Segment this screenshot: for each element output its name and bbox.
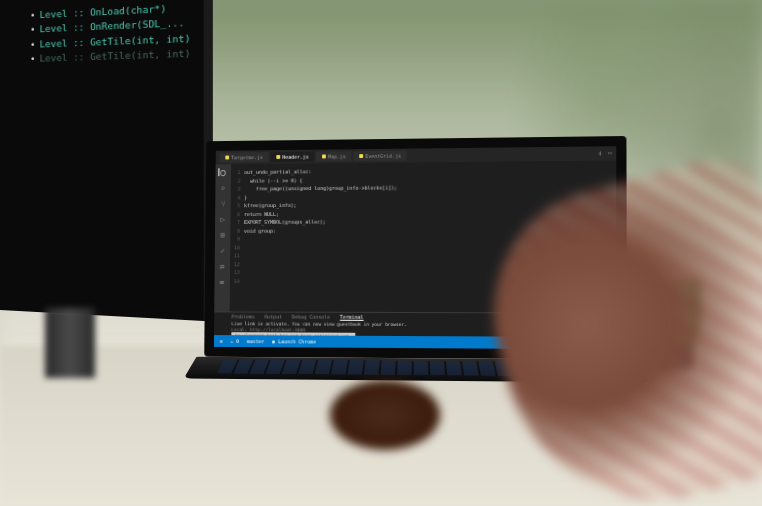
ext-code-prefix: Level :: <box>40 37 91 49</box>
tab-targetme[interactable]: Targetme.js <box>219 152 268 162</box>
line-number: 1 <box>231 168 241 176</box>
line-number: 8 <box>230 226 240 234</box>
split-editor-icon[interactable]: ⫞ <box>598 149 602 157</box>
ext-code-symbol: OnLoad(char*) <box>90 4 166 18</box>
js-file-icon <box>322 154 326 158</box>
line-number: 4 <box>231 193 241 201</box>
line-number: 6 <box>231 210 241 218</box>
external-monitor: •Level :: OnLoad(char*) •Level :: OnRend… <box>0 0 213 322</box>
js-file-icon <box>225 156 229 160</box>
tab-debug-console[interactable]: Debug Console <box>292 314 330 320</box>
source-control-icon[interactable]: ⑂ <box>219 200 227 208</box>
line-number: 14 <box>230 277 240 285</box>
remote-icon[interactable]: ⇄ <box>218 262 226 270</box>
status-branch[interactable]: master <box>247 338 265 344</box>
testing-icon[interactable]: ✓ <box>219 247 227 255</box>
monitor-stand <box>45 308 95 378</box>
database-icon[interactable]: ≡ <box>218 278 226 286</box>
line-number: 10 <box>230 243 240 251</box>
line-number: 13 <box>230 268 240 276</box>
line-number: 11 <box>230 251 240 259</box>
line-number-gutter: 1 2 3 4 5 6 7 8 9 10 11 12 13 14 <box>230 168 245 311</box>
external-monitor-code: •Level :: OnLoad(char*) •Level :: OnRend… <box>30 0 191 66</box>
status-launch[interactable]: ◉ Launch Chrome <box>272 338 316 344</box>
tab-map[interactable]: Map.js <box>316 151 351 161</box>
activity-bar: ▢ ⌕ ⑂ ▷ ⊞ ✓ ⇄ ≡ <box>214 164 231 311</box>
tab-label: Header.js <box>282 154 308 160</box>
ext-code-prefix: Level :: <box>40 22 91 34</box>
code-line: free_page((unsigned long)group_info->blo… <box>244 183 397 193</box>
line-number: 12 <box>230 260 240 268</box>
ext-code-symbol: GetTile(int, int) <box>90 48 190 62</box>
ext-code-symbol: GetTile(int, int) <box>90 33 190 47</box>
tab-output[interactable]: Output <box>265 314 283 320</box>
line-number: 2 <box>231 176 241 184</box>
debug-icon[interactable]: ▷ <box>219 215 227 223</box>
ext-code-prefix: Level :: <box>40 52 91 64</box>
tab-label: EventGrid.js <box>365 153 401 159</box>
ext-code-symbol: OnRender(SDL_... <box>90 18 184 33</box>
more-actions-icon[interactable]: ⋯ <box>608 149 612 157</box>
ext-code-prefix: Level :: <box>40 7 91 20</box>
extensions-icon[interactable]: ⊞ <box>219 231 227 239</box>
tab-eventgrid[interactable]: EventGrid.js <box>354 151 407 161</box>
tab-problems[interactable]: Problems <box>232 313 255 319</box>
tab-terminal[interactable]: Terminal <box>340 314 364 320</box>
tab-header[interactable]: Header.js <box>271 152 315 162</box>
code-line: void group: <box>244 226 397 235</box>
remote-indicator-icon[interactable]: ⊘ <box>220 338 223 344</box>
status-errors[interactable]: ⚠ 0 <box>230 338 239 344</box>
explorer-icon[interactable]: ▢ <box>218 168 226 176</box>
line-number: 3 <box>231 185 241 193</box>
line-number: 5 <box>231 201 241 209</box>
js-file-icon <box>359 154 363 158</box>
line-number: 7 <box>230 218 240 226</box>
tab-label: Map.js <box>328 153 346 159</box>
js-file-icon <box>276 155 280 159</box>
code-content[interactable]: out_undo_partial_alloc: while (--i >= 0)… <box>243 167 397 312</box>
user-hand <box>330 380 440 450</box>
tab-label: Targetme.js <box>231 154 263 160</box>
line-number: 9 <box>230 235 240 243</box>
search-icon[interactable]: ⌕ <box>219 184 227 192</box>
